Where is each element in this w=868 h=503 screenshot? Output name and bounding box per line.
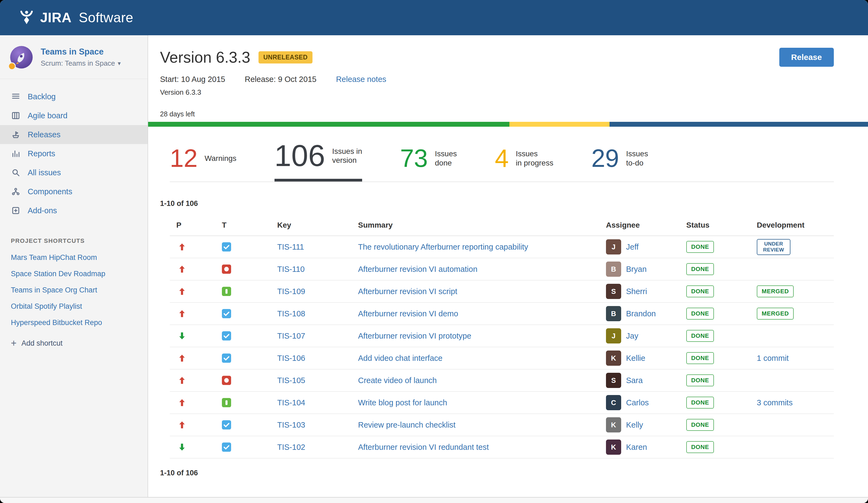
stat-label: Warnings bbox=[205, 154, 236, 163]
issue-summary-link[interactable]: Afterburner revision VI demo bbox=[358, 309, 458, 318]
issue-summary-link[interactable]: Write blog post for launch bbox=[358, 398, 447, 407]
shortcut-link-hyperspeed-bitbucket-repo[interactable]: Hyperspeed Bitbucket Repo bbox=[0, 315, 147, 331]
column-header-status[interactable]: Status bbox=[680, 215, 750, 236]
issue-key-link[interactable]: TIS-104 bbox=[277, 398, 305, 407]
avatar: K bbox=[606, 417, 621, 432]
sidebar-item-add-ons[interactable]: Add-ons bbox=[0, 201, 147, 220]
jira-logo-icon[interactable] bbox=[18, 9, 35, 26]
assignee-link[interactable]: Jay bbox=[626, 331, 638, 340]
column-header-key[interactable]: Key bbox=[271, 215, 352, 236]
releases-icon bbox=[11, 130, 21, 140]
issue-key-link[interactable]: TIS-103 bbox=[277, 421, 305, 429]
sidebar-item-agile-board[interactable]: Agile board bbox=[0, 106, 147, 125]
issue-key-link[interactable]: TIS-106 bbox=[277, 354, 305, 362]
stat-issues-to-do[interactable]: 29Issuesto-do bbox=[591, 146, 648, 182]
release-notes-link[interactable]: Release notes bbox=[336, 75, 386, 84]
dev-status-badge: UNDER REVIEW bbox=[757, 239, 790, 255]
all-issues-icon bbox=[11, 168, 21, 177]
dev-commits-link[interactable]: 3 commits bbox=[757, 398, 793, 407]
issue-summary-link[interactable]: Afterburner revision VI redundant test bbox=[358, 443, 489, 451]
project-avatar[interactable] bbox=[10, 45, 33, 69]
status-badge: DONE bbox=[686, 241, 714, 253]
stat-value: 29 bbox=[591, 146, 619, 170]
stat-issues-done[interactable]: 73Issuesdone bbox=[400, 146, 457, 182]
assignee-link[interactable]: Jeff bbox=[626, 243, 639, 252]
sidebar-item-backlog[interactable]: Backlog bbox=[0, 87, 147, 106]
type-task-icon bbox=[222, 309, 271, 318]
assignee-link[interactable]: Sara bbox=[626, 376, 643, 385]
issue-key-link[interactable]: TIS-102 bbox=[277, 443, 305, 451]
sidebar-item-all-issues[interactable]: All issues bbox=[0, 163, 147, 182]
status-badge: DONE bbox=[686, 397, 714, 409]
priority-down-icon bbox=[176, 443, 215, 451]
stat-issues-in-progress[interactable]: 4Issuesin progress bbox=[495, 146, 553, 182]
dev-commits-link[interactable]: 1 commit bbox=[757, 354, 789, 362]
issue-key-link[interactable]: TIS-111 bbox=[277, 243, 304, 251]
shortcut-link-orbital-spotify-playlist[interactable]: Orbital Spotify Playlist bbox=[0, 298, 147, 315]
sidebar-item-reports[interactable]: Reports bbox=[0, 144, 147, 163]
issue-summary-link[interactable]: Afterburner revision VI script bbox=[358, 287, 457, 296]
status-badge: DONE bbox=[686, 352, 714, 364]
stat-warnings[interactable]: 12Warnings bbox=[170, 146, 237, 182]
column-header-p[interactable]: P bbox=[170, 215, 215, 236]
assignee-link[interactable]: Karen bbox=[626, 443, 647, 452]
release-button[interactable]: Release bbox=[779, 48, 834, 67]
column-header-assignee[interactable]: Assignee bbox=[599, 215, 680, 236]
version-stats: 12Warnings106Issues inversion73Issuesdon… bbox=[170, 141, 834, 182]
issue-key-link[interactable]: TIS-109 bbox=[277, 287, 305, 296]
avatar: B bbox=[606, 261, 621, 277]
assignee-link[interactable]: Kellie bbox=[626, 354, 645, 363]
column-header-development[interactable]: Development bbox=[750, 215, 834, 236]
release-progress-bar[interactable] bbox=[148, 122, 868, 127]
column-header-summary[interactable]: Summary bbox=[352, 215, 599, 236]
table-row: TIS-104Write blog post for launchCCarlos… bbox=[170, 391, 834, 414]
addons-icon bbox=[11, 206, 21, 215]
app-body: Teams in Space Scrum: Teams in Space ▾ B… bbox=[0, 35, 868, 497]
issues-table-head-row: PTKeySummaryAssigneeStatusDevelopment bbox=[170, 215, 834, 236]
issue-key-link[interactable]: TIS-110 bbox=[277, 265, 304, 274]
priority-down-icon bbox=[176, 332, 215, 340]
assignee-link[interactable]: Bryan bbox=[626, 265, 647, 274]
sidebar-item-components[interactable]: Components bbox=[0, 182, 147, 201]
issue-summary-link[interactable]: The revolutionary Afterburner reporting … bbox=[358, 243, 528, 251]
type-task-icon bbox=[222, 420, 271, 430]
board-switcher-label: Scrum: Teams in Space bbox=[41, 59, 115, 68]
app-logo[interactable]: JIRA Software bbox=[40, 10, 133, 25]
table-row: TIS-106Add video chat interfaceKKellieDO… bbox=[170, 347, 834, 369]
column-header-t[interactable]: T bbox=[215, 215, 271, 236]
shortcut-link-space-station-dev-roadmap[interactable]: Space Station Dev Roadmap bbox=[0, 266, 147, 282]
assignee-cell: KKaren bbox=[606, 440, 680, 455]
issue-key-link[interactable]: TIS-108 bbox=[277, 309, 305, 318]
issue-summary-link[interactable]: Afterburner revision VI automation bbox=[358, 265, 477, 274]
board-icon bbox=[11, 111, 21, 121]
assignee-link[interactable]: Carlos bbox=[626, 398, 649, 407]
board-switcher[interactable]: Scrum: Teams in Space ▾ bbox=[41, 59, 121, 68]
table-row: TIS-103Review pre-launch checklistKKelly… bbox=[170, 414, 834, 436]
assignee-cell: JJeff bbox=[606, 239, 680, 255]
project-header: Teams in Space Scrum: Teams in Space ▾ bbox=[0, 35, 147, 79]
shortcut-link-teams-in-space-org-chart[interactable]: Teams in Space Org Chart bbox=[0, 282, 147, 298]
issue-summary-link[interactable]: Afterburner revision VI prototype bbox=[358, 331, 471, 340]
issue-key-link[interactable]: TIS-105 bbox=[277, 376, 305, 385]
stat-issues-in-version[interactable]: 106Issues inversion bbox=[275, 141, 362, 182]
assignee-link[interactable]: Kelly bbox=[626, 421, 643, 430]
assignee-link[interactable]: Brandon bbox=[626, 309, 656, 318]
assignee-link[interactable]: Sherri bbox=[626, 287, 647, 296]
sidebar-item-releases[interactable]: Releases bbox=[0, 125, 147, 144]
dev-status-badge: MERGED bbox=[757, 308, 794, 320]
stat-value: 106 bbox=[275, 141, 325, 170]
shortcut-link-mars-team-hipchat-room[interactable]: Mars Team HipChat Room bbox=[0, 249, 147, 266]
avatar: S bbox=[606, 284, 621, 299]
issue-summary-link[interactable]: Review pre-launch checklist bbox=[358, 421, 455, 429]
issue-summary-link[interactable]: Create video of launch bbox=[358, 376, 437, 385]
window-footer bbox=[0, 497, 868, 503]
issue-key-link[interactable]: TIS-107 bbox=[277, 331, 305, 340]
stat-value: 4 bbox=[495, 146, 509, 170]
progress-segment-done bbox=[148, 122, 509, 127]
issue-summary-link[interactable]: Add video chat interface bbox=[358, 354, 442, 362]
priority-up-icon bbox=[176, 310, 215, 318]
progress-segment-in-progress bbox=[509, 122, 610, 127]
add-shortcut-button[interactable]: + Add shortcut bbox=[0, 338, 147, 348]
sidebar-item-label: Releases bbox=[28, 130, 61, 139]
assignee-cell: SSara bbox=[606, 373, 680, 388]
